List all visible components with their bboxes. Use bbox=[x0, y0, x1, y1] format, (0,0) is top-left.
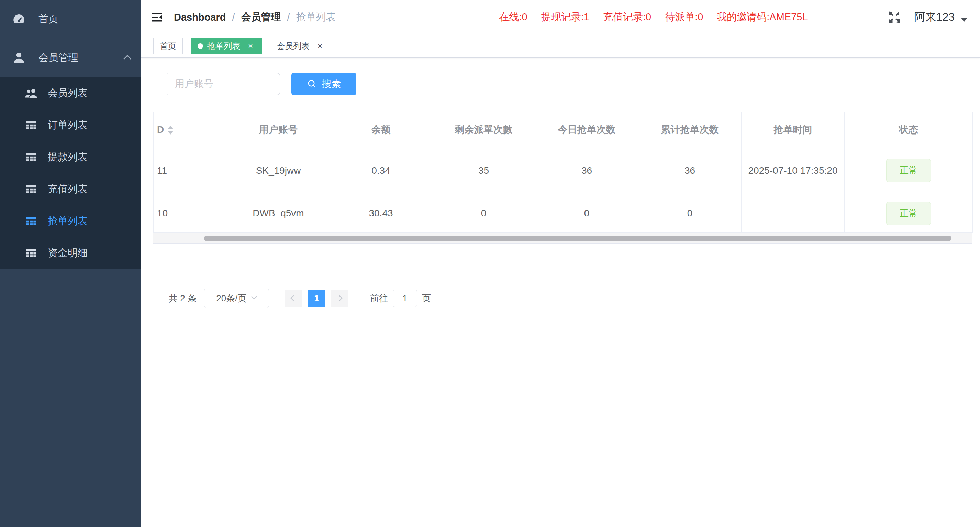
navbar: Dashboard / 会员管理 / 抢单列表 在线:0 提现记录:1 充值记录… bbox=[141, 0, 980, 34]
search-row: 搜素 bbox=[165, 73, 980, 95]
chevron-right-icon bbox=[337, 295, 343, 301]
column-header-balance: 余额 bbox=[330, 112, 432, 147]
data-table: D 用户账号 余额 剩余派單次數 今日抢单次数 累计抢单次数 抢单时间 状态 bbox=[153, 112, 972, 244]
column-header-status: 状态 bbox=[845, 112, 973, 147]
stat-invite-code: 我的邀请码:AME75L bbox=[717, 10, 808, 24]
sidebar-item-member-list[interactable]: 会员列表 bbox=[0, 77, 141, 109]
column-header-today-grabs: 今日抢单次数 bbox=[535, 112, 638, 147]
sidebar-item-grab-order-list[interactable]: 抢单列表 bbox=[0, 205, 141, 237]
table-icon bbox=[24, 119, 38, 132]
horizontal-scrollbar[interactable] bbox=[153, 233, 972, 244]
stat-online: 在线:0 bbox=[499, 10, 527, 24]
cell-remaining: 35 bbox=[432, 147, 535, 194]
cell-grab-time bbox=[741, 194, 845, 233]
sidebar-item-label: 资金明细 bbox=[48, 246, 88, 260]
breadcrumb-current: 抢单列表 bbox=[296, 10, 336, 24]
scrollbar-thumb[interactable] bbox=[204, 236, 951, 241]
cell-account: SK_19jww bbox=[227, 147, 330, 194]
chevron-down-icon bbox=[251, 294, 257, 299]
hamburger-icon[interactable] bbox=[141, 0, 174, 34]
tag-grab-order-list[interactable]: 抢单列表 bbox=[191, 38, 262, 54]
stat-recharge-records: 充值记录:0 bbox=[603, 10, 651, 24]
next-page-button[interactable] bbox=[331, 290, 348, 307]
sidebar-item-label: 首页 bbox=[38, 13, 59, 26]
search-button[interactable]: 搜素 bbox=[291, 73, 356, 95]
people-icon bbox=[24, 86, 38, 100]
table-icon bbox=[24, 247, 38, 260]
column-header-total-grabs: 累计抢单次数 bbox=[638, 112, 741, 147]
column-header-grab-time: 抢单时间 bbox=[741, 112, 845, 147]
search-icon bbox=[307, 79, 317, 89]
status-badge: 正常 bbox=[886, 201, 931, 225]
stat-withdraw-records: 提现记录:1 bbox=[541, 10, 589, 24]
sidebar-group-member-mgmt[interactable]: 会员管理 bbox=[0, 38, 141, 77]
fullscreen-icon[interactable] bbox=[887, 10, 902, 25]
sidebar-item-withdraw-list[interactable]: 提款列表 bbox=[0, 141, 141, 173]
sidebar-group-label: 会员管理 bbox=[38, 51, 78, 65]
tag-label: 会员列表 bbox=[277, 41, 310, 52]
sidebar-item-label: 提款列表 bbox=[48, 150, 88, 164]
cell-status: 正常 bbox=[845, 147, 973, 194]
sidebar-item-home[interactable]: 首页 bbox=[0, 0, 141, 38]
user-icon bbox=[11, 51, 27, 65]
column-header-remaining-dispatch: 剩余派單次數 bbox=[432, 112, 535, 147]
tag-label: 抢单列表 bbox=[207, 41, 240, 52]
table-icon bbox=[24, 183, 38, 196]
cell-id: 11 bbox=[154, 147, 227, 194]
sidebar-item-order-list[interactable]: 订单列表 bbox=[0, 109, 141, 141]
goto-label: 前往 bbox=[370, 292, 388, 305]
sidebar-item-funds-detail[interactable]: 资金明细 bbox=[0, 237, 141, 269]
prev-page-button[interactable] bbox=[285, 290, 302, 307]
username: 阿来123 bbox=[914, 10, 955, 25]
cell-balance: 30.43 bbox=[330, 194, 432, 233]
column-header-id[interactable]: D bbox=[154, 112, 227, 147]
chevron-up-icon bbox=[124, 55, 132, 63]
app-root: 首页 会员管理 bbox=[0, 0, 980, 527]
goto-page-input[interactable] bbox=[393, 290, 417, 307]
chevron-left-icon bbox=[291, 295, 296, 301]
table-icon bbox=[24, 215, 38, 228]
sidebar-submenu: 会员列表 订单列表 bbox=[0, 77, 141, 269]
sidebar-item-label: 抢单列表 bbox=[48, 214, 88, 228]
close-icon[interactable] bbox=[315, 41, 325, 51]
sidebar-item-label: 充值列表 bbox=[48, 182, 88, 196]
cell-today: 36 bbox=[535, 147, 638, 194]
table-row[interactable]: 11 SK_19jww 0.34 35 36 36 2025-07-10 17:… bbox=[154, 147, 973, 194]
navbar-right: 在线:0 提现记录:1 充值记录:0 待派单:0 我的邀请码:AME75L bbox=[485, 10, 967, 25]
tags-bar: 首页 抢单列表 会员列表 bbox=[141, 34, 980, 58]
cell-balance: 0.34 bbox=[330, 147, 432, 194]
page-number-1[interactable]: 1 bbox=[308, 290, 325, 307]
close-icon[interactable] bbox=[246, 41, 255, 51]
table-header-row: D 用户账号 余额 剩余派單次數 今日抢单次数 累计抢单次数 抢单时间 状态 bbox=[154, 112, 973, 147]
cell-grab-time: 2025-07-10 17:35:20 bbox=[741, 147, 845, 194]
content: 搜素 D 用户账号 余额 bbox=[141, 58, 980, 527]
breadcrumb-dashboard[interactable]: Dashboard bbox=[174, 12, 226, 23]
breadcrumb-separator: / bbox=[287, 12, 290, 23]
tag-label: 首页 bbox=[160, 41, 176, 52]
sidebar-item-label: 订单列表 bbox=[48, 118, 88, 132]
column-header-account: 用户账号 bbox=[227, 112, 330, 147]
sort-icon[interactable] bbox=[167, 126, 173, 134]
pagination: 共 2 条 20条/页 1 前往 页 bbox=[169, 289, 980, 308]
breadcrumb-member-mgmt[interactable]: 会员管理 bbox=[241, 10, 281, 24]
tag-member-list[interactable]: 会员列表 bbox=[270, 38, 331, 54]
page-size-select[interactable]: 20条/页 bbox=[204, 289, 269, 308]
sidebar-item-label: 会员列表 bbox=[48, 86, 88, 100]
page-size-value: 20条/页 bbox=[216, 292, 247, 305]
search-input[interactable] bbox=[165, 73, 280, 95]
sidebar-item-recharge-list[interactable]: 充值列表 bbox=[0, 173, 141, 205]
cell-id: 10 bbox=[154, 194, 227, 233]
breadcrumb-separator: / bbox=[232, 12, 235, 23]
cell-status: 正常 bbox=[845, 194, 973, 233]
tag-home[interactable]: 首页 bbox=[153, 38, 183, 54]
user-dropdown[interactable]: 阿来123 bbox=[914, 10, 967, 25]
search-button-label: 搜素 bbox=[322, 77, 341, 91]
cell-remaining: 0 bbox=[432, 194, 535, 233]
cell-total: 36 bbox=[638, 147, 741, 194]
cell-total: 0 bbox=[638, 194, 741, 233]
main-area: Dashboard / 会员管理 / 抢单列表 在线:0 提现记录:1 充值记录… bbox=[141, 0, 980, 527]
table-row[interactable]: 10 DWB_q5vm 30.43 0 0 0 正常 bbox=[154, 194, 973, 233]
page-unit-label: 页 bbox=[422, 292, 431, 305]
status-badge: 正常 bbox=[886, 158, 931, 182]
cell-today: 0 bbox=[535, 194, 638, 233]
